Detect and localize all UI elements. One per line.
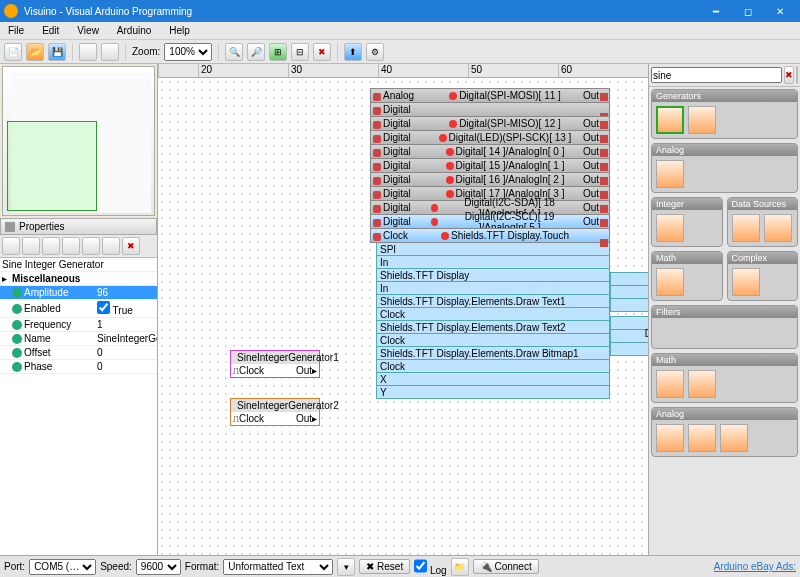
- prop-row-enabled[interactable]: Enabled True: [0, 300, 157, 318]
- node-sine-generator-1[interactable]: SineIntegerGenerator1 ⎍ClockOut▸: [230, 350, 320, 378]
- zoom-region-icon[interactable]: ⊟: [291, 43, 309, 61]
- clear-search-icon[interactable]: ✖: [784, 66, 794, 84]
- board-pin-row[interactable]: DigitalDigital[ 15 ]/AnalogIn[ 1 ]Out: [370, 158, 610, 173]
- prop-btn-3[interactable]: [42, 237, 60, 255]
- component-thumb[interactable]: [656, 370, 684, 398]
- shield-row[interactable]: Clock: [376, 333, 610, 347]
- palette-group-complex: Complex: [727, 251, 799, 301]
- component-thumb[interactable]: [720, 424, 748, 452]
- group-row[interactable]: ▸Miscellaneous: [0, 272, 157, 286]
- save-button[interactable]: 💾: [48, 43, 66, 61]
- compile-button[interactable]: ⚙: [366, 43, 384, 61]
- new-button[interactable]: 📄: [4, 43, 22, 61]
- prop-btn-6[interactable]: [102, 237, 120, 255]
- titlebar: Visuino - Visual Arduino Programming ━ ◻…: [0, 0, 800, 22]
- board-pin-row[interactable]: DigitalDigital(LED)(SPI-SCK)[ 13 ]Out: [370, 130, 610, 145]
- prop-btn-2[interactable]: [22, 237, 40, 255]
- reset-button[interactable]: ✖ Reset: [359, 559, 410, 574]
- zoom-in-icon[interactable]: 🔍: [225, 43, 243, 61]
- component-thumb[interactable]: [688, 424, 716, 452]
- board-pin-row[interactable]: Digital: [370, 102, 610, 117]
- touch-pin[interactable]: X: [610, 272, 648, 286]
- shield-row[interactable]: In: [376, 281, 610, 295]
- sd-pin[interactable]: Shields.TFT Display.MicroSD: [610, 316, 648, 330]
- prop-row-phase[interactable]: Phase0: [0, 360, 157, 374]
- prop-row-name[interactable]: NameSineIntegerGenerator1: [0, 332, 157, 346]
- board-pin-row[interactable]: DigitalDigital[ 16 ]/AnalogIn[ 2 ]Out: [370, 172, 610, 187]
- prop-delete[interactable]: ✖: [122, 237, 140, 255]
- component-thumb[interactable]: [656, 160, 684, 188]
- board-pin-row[interactable]: DigitalDigital(SPI-MISO)[ 12 ]Out: [370, 116, 610, 131]
- component-thumb[interactable]: [732, 214, 760, 242]
- component-thumb[interactable]: [656, 106, 684, 134]
- board-pin-row[interactable]: DigitalDigital(I2C-SCL)[ 19 ]/AnalogIn[ …: [370, 214, 610, 229]
- shield-row[interactable]: Shields.TFT Display.Elements.Draw Bitmap…: [376, 346, 610, 360]
- toolbar: 📄 📂 💾 Zoom: 100% 🔍 🔎 ⊞ ⊟ ✖ ⬆ ⚙: [0, 40, 800, 64]
- upload-button[interactable]: ⬆: [344, 43, 362, 61]
- panel-icon: [5, 222, 15, 232]
- log-folder-icon[interactable]: 📁: [451, 558, 469, 576]
- menu-edit[interactable]: Edit: [38, 23, 63, 38]
- board-pin-row[interactable]: AnalogDigital(SPI-MOSI)[ 11 ]Out: [370, 88, 610, 103]
- log-checkbox[interactable]: Log: [414, 558, 446, 576]
- sd-pin[interactable]: Failed: [610, 329, 648, 343]
- port-label: Port:: [4, 561, 25, 572]
- design-canvas[interactable]: SineIntegerGenerator1 ⎍ClockOut▸ SineInt…: [158, 78, 648, 555]
- prop-row-frequency[interactable]: Frequency1: [0, 318, 157, 332]
- component-thumb[interactable]: [688, 106, 716, 134]
- format-select[interactable]: Unformatted Text: [223, 559, 333, 575]
- component-thumb[interactable]: [656, 268, 684, 296]
- overview-panel[interactable]: [2, 66, 155, 216]
- toolbar-btn-a[interactable]: [79, 43, 97, 61]
- board-pin-row[interactable]: DigitalDigital[ 14 ]/AnalogIn[ 0 ]Out: [370, 144, 610, 159]
- touch-pin[interactable]: Y: [610, 285, 648, 299]
- palette-btn-1[interactable]: [796, 66, 798, 84]
- component-thumb[interactable]: [656, 424, 684, 452]
- shield-row[interactable]: Y: [376, 385, 610, 399]
- connect-button[interactable]: 🔌 Connect: [473, 559, 539, 574]
- shield-row[interactable]: Shields.TFT Display: [376, 268, 610, 282]
- component-thumb[interactable]: [732, 268, 760, 296]
- shield-row[interactable]: Shields.TFT Display.Elements.Draw Text1: [376, 294, 610, 308]
- format-label: Format:: [185, 561, 219, 572]
- ad-link[interactable]: Arduino eBay Ads:: [714, 561, 796, 572]
- group-title: Analog: [652, 144, 797, 156]
- speed-select[interactable]: 9600: [136, 559, 181, 575]
- port-select[interactable]: COM5 (…: [29, 559, 96, 575]
- prop-btn-4[interactable]: [62, 237, 80, 255]
- shield-row[interactable]: Clock: [376, 359, 610, 373]
- menu-file[interactable]: File: [4, 23, 28, 38]
- sd-pin[interactable]: Success: [610, 342, 648, 356]
- menu-view[interactable]: View: [73, 23, 103, 38]
- palette-search-input[interactable]: [651, 67, 782, 83]
- zoom-fit-icon[interactable]: ⊞: [269, 43, 287, 61]
- close-button[interactable]: ✕: [764, 0, 796, 22]
- menu-arduino[interactable]: Arduino: [113, 23, 155, 38]
- toolbar-btn-b[interactable]: [101, 43, 119, 61]
- shield-row[interactable]: SPI: [376, 242, 610, 256]
- minimize-button[interactable]: ━: [700, 0, 732, 22]
- prop-row-offset[interactable]: Offset0: [0, 346, 157, 360]
- shield-row[interactable]: Shields.TFT Display.Elements.Draw Text2: [376, 320, 610, 334]
- board-pin-row[interactable]: ClockShields.TFT Display.Touch: [370, 228, 610, 243]
- touch-pin[interactable]: Pressure: [610, 298, 648, 312]
- component-thumb[interactable]: [688, 370, 716, 398]
- format-btn[interactable]: ▾: [337, 558, 355, 576]
- component-thumb[interactable]: [656, 214, 684, 242]
- zoom-out-icon[interactable]: 🔎: [247, 43, 265, 61]
- delete-button[interactable]: ✖: [313, 43, 331, 61]
- maximize-button[interactable]: ◻: [732, 0, 764, 22]
- shield-row[interactable]: In: [376, 255, 610, 269]
- canvas-area[interactable]: 20 30 40 50 60 SineIntegerGenerator1 ⎍Cl…: [158, 64, 648, 555]
- shield-row[interactable]: X: [376, 372, 610, 386]
- arduino-board-node[interactable]: AnalogDigital(SPI-MOSI)[ 11 ]OutDigitalD…: [370, 88, 610, 398]
- zoom-select[interactable]: 100%: [164, 43, 212, 61]
- prop-btn-1[interactable]: [2, 237, 20, 255]
- prop-row-amplitude[interactable]: Amplitude96: [0, 286, 157, 300]
- node-sine-generator-2[interactable]: SineIntegerGenerator2 ⎍ClockOut▸: [230, 398, 320, 426]
- prop-btn-5[interactable]: [82, 237, 100, 255]
- menu-help[interactable]: Help: [165, 23, 194, 38]
- component-thumb[interactable]: [764, 214, 792, 242]
- shield-row[interactable]: Clock: [376, 307, 610, 321]
- open-button[interactable]: 📂: [26, 43, 44, 61]
